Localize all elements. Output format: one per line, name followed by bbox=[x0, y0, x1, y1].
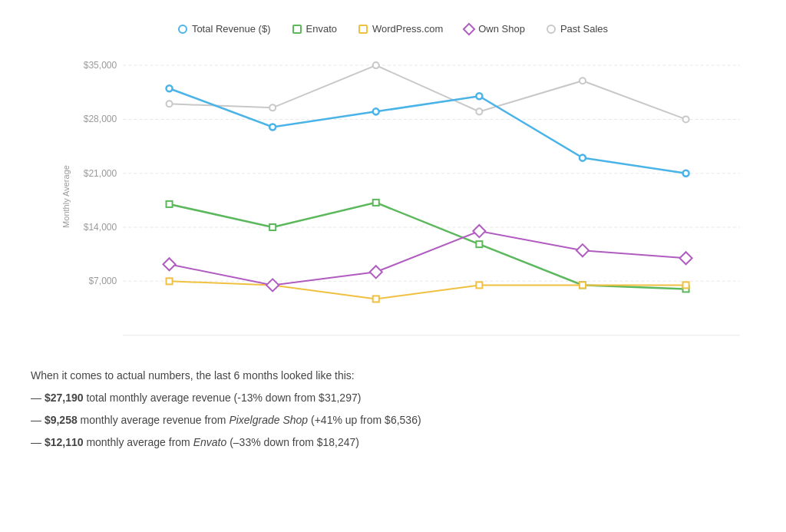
svg-text:$7,000: $7,000 bbox=[88, 276, 117, 286]
svg-text:$14,000: $14,000 bbox=[84, 222, 117, 233]
summary-line2-rest-after: (+41% up from $6,536) bbox=[308, 414, 421, 426]
svg-text:$21,000: $21,000 bbox=[84, 168, 117, 179]
legend-label-ownshop: Own Shop bbox=[478, 23, 525, 35]
legend-past: Past Sales bbox=[547, 23, 608, 35]
legend-dot-past bbox=[547, 25, 556, 34]
svg-marker-45 bbox=[576, 244, 589, 256]
svg-point-23 bbox=[167, 85, 173, 91]
svg-rect-30 bbox=[269, 224, 276, 230]
svg-marker-41 bbox=[163, 258, 176, 270]
summary-line2-rest-before: monthly average revenue from bbox=[78, 414, 230, 426]
summary-line1: — $27,190 total monthly average revenue … bbox=[31, 388, 755, 408]
legend-label-wordpress: WordPress.com bbox=[372, 23, 443, 35]
svg-marker-43 bbox=[370, 266, 382, 278]
summary-intro: When it comes to actual numbers, the las… bbox=[31, 366, 755, 385]
legend-label-total: Total Revenue ($) bbox=[192, 23, 271, 35]
legend-wordpress: WordPress.com bbox=[358, 23, 443, 35]
summary-line3: — $12,110 monthly average from Envato (–… bbox=[31, 433, 755, 452]
summary-line3-bold: $12,110 bbox=[45, 436, 84, 448]
summary-line3-italic: Envato bbox=[193, 436, 227, 448]
summary-line3-rest-before: monthly average from bbox=[84, 436, 193, 448]
svg-point-21 bbox=[580, 78, 586, 84]
summary-section: When it comes to actual numbers, the las… bbox=[0, 351, 786, 479]
svg-rect-31 bbox=[373, 200, 379, 206]
svg-marker-42 bbox=[266, 279, 279, 291]
summary-line3-rest-after: (–33% down from $18,247) bbox=[226, 436, 359, 448]
svg-point-25 bbox=[373, 108, 379, 114]
summary-line2-bold: $9,258 bbox=[45, 414, 78, 426]
svg-rect-40 bbox=[683, 282, 689, 288]
svg-marker-46 bbox=[680, 252, 692, 264]
svg-rect-39 bbox=[580, 282, 586, 288]
legend-dot-envato bbox=[292, 25, 302, 34]
legend-envato: Envato bbox=[292, 23, 337, 35]
chart-legend: Total Revenue ($) Envato WordPress.com O… bbox=[31, 23, 755, 35]
legend-dot-total bbox=[178, 25, 187, 34]
legend-dot-ownshop bbox=[463, 22, 476, 35]
summary-line2: — $9,258 monthly average revenue from Pi… bbox=[31, 411, 755, 430]
svg-point-27 bbox=[580, 155, 586, 161]
svg-text:$35,000: $35,000 bbox=[84, 60, 117, 71]
chart-area: Monthly Average $35,000 $28,000 $21,000 … bbox=[77, 50, 755, 343]
legend-label-past: Past Sales bbox=[560, 23, 608, 35]
chart-container: Total Revenue ($) Envato WordPress.com O… bbox=[0, 0, 786, 351]
svg-rect-37 bbox=[373, 296, 379, 302]
summary-line2-italic: Pixelgrade Shop bbox=[229, 414, 308, 426]
svg-marker-44 bbox=[473, 225, 485, 237]
svg-rect-29 bbox=[167, 201, 173, 207]
legend-label-envato: Envato bbox=[306, 23, 337, 35]
summary-line1-rest: total monthly average revenue (-13% down… bbox=[84, 392, 362, 404]
svg-rect-32 bbox=[476, 241, 482, 247]
y-axis-label: Monthly Average bbox=[61, 165, 71, 228]
svg-rect-38 bbox=[476, 282, 482, 288]
svg-point-24 bbox=[269, 124, 276, 130]
summary-line1-bold: $27,190 bbox=[45, 392, 84, 404]
svg-point-26 bbox=[476, 93, 482, 99]
main-chart-svg: $35,000 $28,000 $21,000 $14,000 $7,000 J… bbox=[77, 50, 755, 343]
svg-text:$28,000: $28,000 bbox=[84, 114, 117, 124]
svg-point-17 bbox=[167, 101, 173, 107]
svg-rect-35 bbox=[167, 278, 173, 284]
legend-dot-wordpress bbox=[358, 25, 368, 34]
svg-point-20 bbox=[476, 108, 482, 114]
legend-ownshop: Own Shop bbox=[464, 23, 525, 35]
svg-point-19 bbox=[373, 62, 379, 68]
legend-total: Total Revenue ($) bbox=[178, 23, 271, 35]
svg-point-18 bbox=[269, 104, 276, 111]
svg-point-28 bbox=[683, 170, 689, 177]
svg-point-22 bbox=[683, 116, 689, 122]
